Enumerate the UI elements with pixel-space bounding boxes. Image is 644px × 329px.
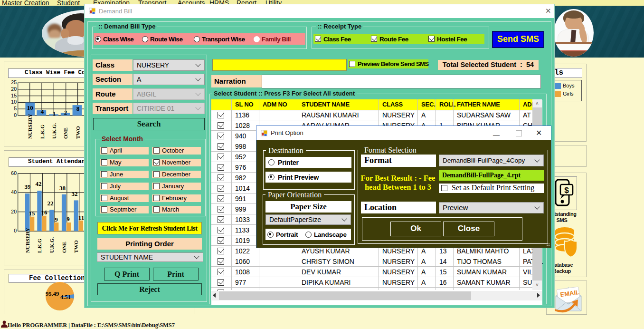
- svg-text:20: 20: [11, 86, 17, 92]
- svg-text:4.51: 4.51: [60, 294, 71, 300]
- svg-text:20: 20: [11, 209, 17, 214]
- svg-text:0: 0: [14, 228, 17, 233]
- svg-text:2: 2: [64, 109, 67, 116]
- svg-text:60: 60: [11, 170, 17, 176]
- svg-text:TWO: TWO: [73, 240, 79, 253]
- svg-text:8: 8: [76, 105, 80, 112]
- svg-text:TWO: TWO: [75, 126, 81, 139]
- svg-text:L.K.G: L.K.G: [37, 239, 42, 253]
- svg-text:95.49: 95.49: [46, 290, 59, 297]
- svg-text:10: 10: [11, 99, 17, 105]
- svg-text:U.K.G.: U.K.G.: [49, 237, 55, 253]
- svg-text:NURSERY: NURSERY: [27, 114, 33, 139]
- svg-text:42: 42: [36, 180, 42, 187]
- svg-text:1: 1: [53, 110, 56, 117]
- svg-text:22: 22: [47, 200, 54, 207]
- svg-text:15: 15: [29, 210, 36, 217]
- svg-text:9: 9: [55, 216, 58, 223]
- svg-text:25: 25: [11, 79, 17, 85]
- svg-text:9: 9: [66, 215, 70, 223]
- svg-text:0: 0: [14, 112, 17, 118]
- svg-text:L.K.G: L.K.G: [39, 125, 45, 139]
- svg-text:5: 5: [14, 106, 17, 111]
- svg-text:40: 40: [11, 189, 17, 195]
- svg-text:ONE: ONE: [61, 242, 67, 253]
- svg-text:10: 10: [27, 104, 33, 111]
- svg-text:ONE: ONE: [63, 127, 68, 139]
- svg-text:16: 16: [41, 209, 48, 216]
- svg-text:NURSERY: NURSERY: [25, 228, 30, 253]
- svg-text:39: 39: [25, 183, 31, 190]
- svg-text:15: 15: [11, 93, 17, 98]
- svg-text:4: 4: [41, 108, 44, 115]
- svg-text:11: 11: [78, 214, 84, 221]
- svg-text:$: $: [564, 186, 569, 195]
- svg-text:38: 38: [59, 184, 66, 192]
- svg-text:U.K.G.: U.K.G.: [51, 123, 57, 139]
- svg-text:32: 32: [72, 190, 78, 197]
